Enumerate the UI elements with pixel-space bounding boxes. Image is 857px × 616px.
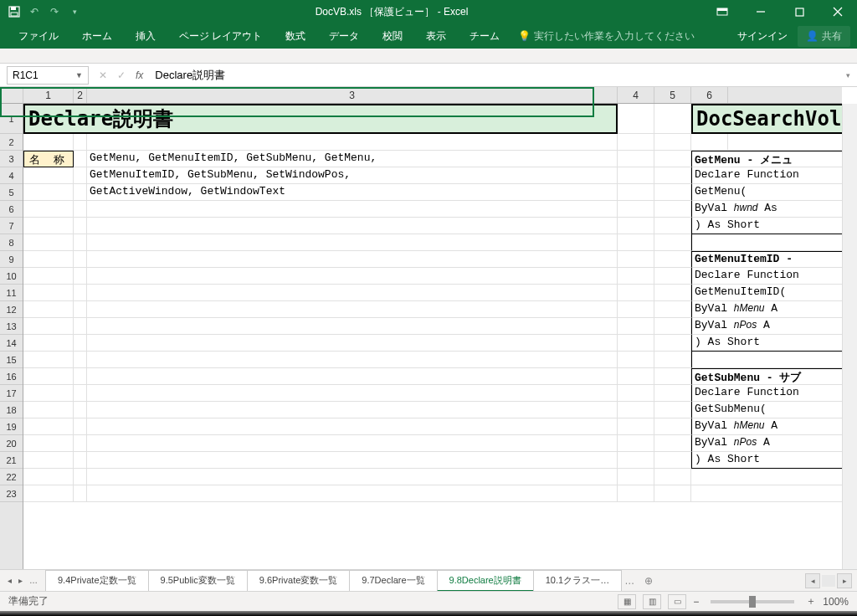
row-header[interactable]: 8 <box>0 234 23 251</box>
cell[interactable] <box>23 435 74 452</box>
ribbon-tab[interactable]: 校閲 <box>371 23 414 49</box>
row-header[interactable]: 16 <box>0 368 23 385</box>
cell[interactable]: ByVal hMenu A <box>691 418 842 435</box>
close-button[interactable] <box>819 0 857 23</box>
cell[interactable]: GetSubMenu - サブ <box>691 368 842 385</box>
row-header[interactable]: 23 <box>0 485 23 502</box>
cell[interactable] <box>87 368 618 385</box>
cell[interactable] <box>728 134 842 151</box>
cell[interactable] <box>74 469 87 485</box>
ribbon-tab[interactable]: データ <box>317 23 371 49</box>
column-header[interactable]: 2 <box>74 87 87 103</box>
cell[interactable] <box>87 469 618 485</box>
row-header[interactable]: 6 <box>0 201 23 218</box>
cell[interactable] <box>87 418 618 435</box>
sheet-tab[interactable]: 9.6Private変数一覧 <box>247 570 351 592</box>
cell[interactable] <box>87 452 618 469</box>
cell[interactable] <box>74 452 87 469</box>
cell[interactable] <box>23 469 74 485</box>
cell[interactable] <box>618 469 654 485</box>
cell[interactable] <box>74 352 87 368</box>
cell[interactable] <box>87 335 618 352</box>
cell[interactable] <box>74 318 87 335</box>
cell[interactable] <box>654 318 691 335</box>
cell[interactable]: GetMenuItemID( <box>691 285 842 301</box>
cell[interactable] <box>74 184 87 201</box>
spreadsheet-grid[interactable]: 123456 123456789101112131415161718192021… <box>0 87 857 569</box>
sheet-nav-prev-icon[interactable]: ▸ <box>16 574 25 587</box>
select-all-corner[interactable] <box>0 87 23 104</box>
cell[interactable] <box>691 134 728 151</box>
cell[interactable] <box>74 335 87 352</box>
row-header[interactable]: 9 <box>0 251 23 268</box>
cell[interactable]: Declare Function <box>691 385 842 402</box>
cell[interactable] <box>654 218 691 234</box>
zoom-in-button[interactable]: ＋ <box>806 594 816 608</box>
cell[interactable] <box>74 268 87 285</box>
cell[interactable] <box>618 318 654 335</box>
cell[interactable] <box>23 352 74 368</box>
row-header[interactable]: 3 <box>0 151 23 167</box>
sheet-nav-more[interactable]: … <box>27 574 40 587</box>
cell[interactable] <box>23 385 74 402</box>
share-button[interactable]: 👤 共有 <box>798 26 850 47</box>
sheet-tab[interactable]: 9.4Private定数一覧 <box>45 570 149 592</box>
cell[interactable] <box>618 435 654 452</box>
row-header[interactable]: 10 <box>0 268 23 285</box>
cell[interactable] <box>74 368 87 385</box>
cell[interactable] <box>87 301 618 318</box>
cell[interactable] <box>87 201 618 218</box>
cell[interactable] <box>691 485 842 502</box>
cell[interactable] <box>23 335 74 352</box>
cell[interactable] <box>87 485 618 502</box>
cell[interactable] <box>87 251 618 268</box>
formula-input[interactable] <box>150 66 839 85</box>
cell[interactable] <box>74 402 87 418</box>
cell[interactable] <box>654 368 691 385</box>
cell[interactable]: GetMenu( <box>691 184 842 201</box>
cell[interactable] <box>87 218 618 234</box>
cell[interactable] <box>618 201 654 218</box>
cell[interactable] <box>23 134 74 151</box>
cell[interactable] <box>654 452 691 469</box>
cell[interactable] <box>74 435 87 452</box>
cell[interactable] <box>23 184 74 201</box>
cell[interactable] <box>74 418 87 435</box>
cell[interactable] <box>618 352 654 368</box>
cell[interactable] <box>74 201 87 218</box>
cell[interactable] <box>618 184 654 201</box>
cell[interactable] <box>618 485 654 502</box>
row-header[interactable]: 22 <box>0 469 23 485</box>
cell[interactable]: DocSearchVol.v <box>691 104 842 134</box>
row-header[interactable]: 11 <box>0 285 23 301</box>
row-header[interactable]: 4 <box>0 167 23 184</box>
cell[interactable] <box>74 485 87 502</box>
cell[interactable] <box>691 234 842 251</box>
cell[interactable] <box>654 268 691 285</box>
vertical-scrollbar[interactable] <box>842 104 857 569</box>
sheet-tab[interactable]: 9.5Public変数一覧 <box>148 570 248 592</box>
cell[interactable] <box>618 251 654 268</box>
cell[interactable] <box>618 151 654 167</box>
cell[interactable] <box>74 218 87 234</box>
row-header[interactable]: 1 <box>0 104 23 134</box>
row-header[interactable]: 18 <box>0 402 23 418</box>
cell[interactable] <box>74 251 87 268</box>
cell[interactable] <box>23 485 74 502</box>
fx-label[interactable]: fx <box>136 69 150 81</box>
undo-icon[interactable]: ↶ <box>28 6 40 18</box>
view-layout-icon[interactable]: ▥ <box>643 594 661 609</box>
cell[interactable] <box>654 485 691 502</box>
sheet-tab[interactable]: 10.1クラス一… <box>533 570 622 592</box>
row-header[interactable]: 15 <box>0 352 23 368</box>
cell[interactable]: GetMenu - メニュ <box>691 151 842 167</box>
cell[interactable] <box>23 234 74 251</box>
row-header[interactable]: 19 <box>0 418 23 435</box>
cell[interactable] <box>87 268 618 285</box>
cell[interactable]: ) As Short <box>691 218 842 234</box>
column-headers[interactable]: 123456 <box>23 87 842 104</box>
cell[interactable] <box>618 104 654 134</box>
column-header[interactable]: 4 <box>618 87 654 103</box>
ribbon-options-icon[interactable] <box>703 0 742 23</box>
hscroll-track[interactable] <box>822 575 835 587</box>
